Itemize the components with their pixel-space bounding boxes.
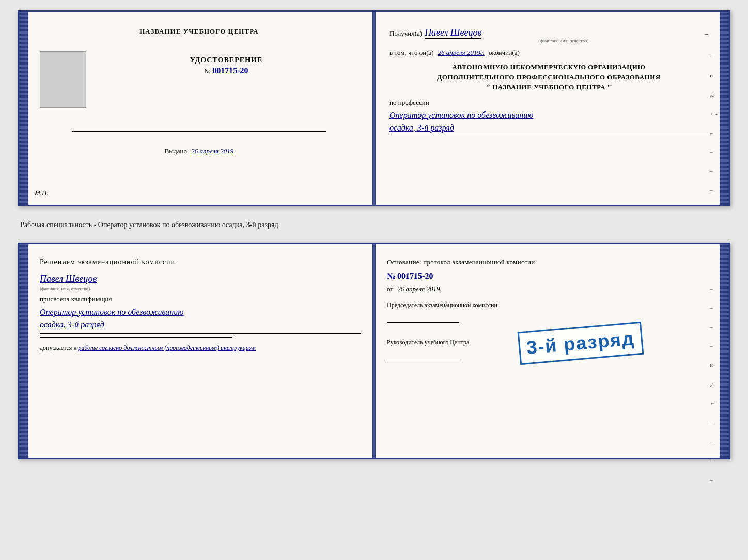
prisvoeena-label: присвоена квалификация bbox=[40, 295, 361, 303]
vtom-label: в том, что он(а) bbox=[389, 49, 434, 57]
cert-left-page: НАЗВАНИЕ УЧЕБНОГО ЦЕНТРА УДОСТОВЕРЕНИЕ №… bbox=[19, 12, 374, 205]
certificate-book-2: Решением экзаменационной комиссии Павел … bbox=[18, 243, 730, 459]
cert-number: 001715-20 bbox=[212, 66, 248, 75]
stamp-text: 3-й разряд bbox=[526, 328, 636, 359]
dopuskaetsya-label: допускается к bbox=[40, 344, 76, 351]
predsedatel-block: Председатель экзаменационной комиссии bbox=[387, 301, 708, 323]
fio-label: (фамилия, имя, отчество) bbox=[425, 38, 702, 43]
udostoverenie-label: УДОСТОВЕРЕНИЕ bbox=[94, 56, 359, 65]
certificate-book-1: НАЗВАНИЕ УЧЕБНОГО ЦЕНТРА УДОСТОВЕРЕНИЕ №… bbox=[18, 10, 730, 206]
dash: – bbox=[705, 29, 709, 38]
mp-label: М.П. bbox=[35, 189, 49, 197]
protocol-number: № 001715-20 bbox=[387, 271, 708, 281]
left-org-title: НАЗВАНИЕ УЧЕБНОГО ЦЕНТРА bbox=[139, 27, 259, 36]
right-marks: – и ,а ←- – – – – bbox=[710, 53, 718, 193]
okonchil-label: окончил(а) bbox=[489, 49, 520, 57]
osnovaniye-block: Основание: протокол экзаменационной коми… bbox=[387, 257, 708, 267]
qual-left-page: Решением экзаменационной комиссии Павел … bbox=[19, 244, 374, 458]
number-prefix: № bbox=[205, 67, 211, 75]
person-name-qual: Павел Швецов bbox=[40, 274, 361, 284]
org-block: АВТОНОМНУЮ НЕКОММЕРЧЕСКУЮ ОРГАНИЗАЦИЮ ДО… bbox=[389, 62, 708, 92]
right-spine-2 bbox=[720, 244, 729, 458]
org-line2: ДОПОЛНИТЕЛЬНОГО ПРОФЕССИОНАЛЬНОГО ОБРАЗО… bbox=[389, 72, 708, 83]
dopuskaetsya-line: допускается к работе согласно должностны… bbox=[40, 344, 361, 353]
poluchil-label: Получил(а) bbox=[389, 29, 422, 38]
razryad-text: осадка, 3-й разряд bbox=[389, 123, 708, 134]
vtom-line: в том, что он(а) 26 апреля 2019г. окончи… bbox=[389, 49, 708, 57]
vydano-label: Выдано bbox=[165, 147, 187, 155]
qual-razryad: осадка, 3-й разряд bbox=[40, 320, 361, 329]
photo-placeholder bbox=[40, 51, 86, 108]
udostoverenie-block: УДОСТОВЕРЕНИЕ № 001715-20 bbox=[94, 51, 359, 75]
separator-text: Рабочая специальность - Оператор установ… bbox=[18, 221, 730, 229]
qual-fio-label: (фамилия, имя, отчество) bbox=[40, 286, 361, 291]
qual-profession: Оператор установок по обезвоживанию bbox=[40, 307, 361, 318]
po-professii-label: по профессии bbox=[389, 99, 708, 107]
ot-label: от bbox=[387, 285, 393, 293]
poluchil-line: Получил(а) Павел Швецов (фамилия, имя, о… bbox=[389, 27, 708, 43]
ot-date-line: от 26 апреля 2019 bbox=[387, 285, 708, 293]
name-wrapper: Павел Швецов (фамилия, имя, отчество) bbox=[425, 27, 702, 43]
resheniem-title: Решением экзаменационной комиссии bbox=[40, 257, 361, 267]
vtom-date: 26 апреля 2019г. bbox=[438, 49, 485, 57]
vydano-line: Выдано 26 апреля 2019 bbox=[165, 147, 234, 155]
ot-date: 26 апреля 2019 bbox=[397, 285, 440, 293]
predsedatel-sign-line bbox=[387, 322, 459, 323]
document-container: НАЗВАНИЕ УЧЕБНОГО ЦЕНТРА УДОСТОВЕРЕНИЕ №… bbox=[18, 10, 730, 459]
right-spine bbox=[720, 12, 729, 205]
predsedatel-label: Председатель экзаменационной комиссии bbox=[387, 301, 708, 310]
right-marks-2: – – – – и ,а ←- – – – – bbox=[710, 285, 718, 483]
profession-text: Оператор установок по обезвоживанию bbox=[389, 109, 708, 121]
recipient-name: Павел Швецов bbox=[425, 27, 481, 39]
dopuskaetsya-value: работе согласно должностным (производств… bbox=[78, 344, 256, 351]
org-line1: АВТОНОМНУЮ НЕКОММЕРЧЕСКУЮ ОРГАНИЗАЦИЮ bbox=[389, 62, 708, 72]
rukovoditel-sign-line bbox=[387, 360, 459, 360]
photo-row: УДОСТОВЕРЕНИЕ № 001715-20 bbox=[40, 51, 359, 118]
vydano-date: 26 апреля 2019 bbox=[191, 147, 233, 155]
org-quote: " НАЗВАНИЕ УЧЕБНОГО ЦЕНТРА " bbox=[389, 82, 708, 92]
cert-right-page: Получил(а) Павел Швецов (фамилия, имя, о… bbox=[374, 12, 729, 205]
qual-right-page: Основание: протокол экзаменационной коми… bbox=[374, 244, 729, 458]
number-line: № 001715-20 bbox=[94, 66, 359, 75]
protocol-prefix: № bbox=[387, 271, 395, 280]
protocol-num: 001715-20 bbox=[397, 271, 433, 280]
